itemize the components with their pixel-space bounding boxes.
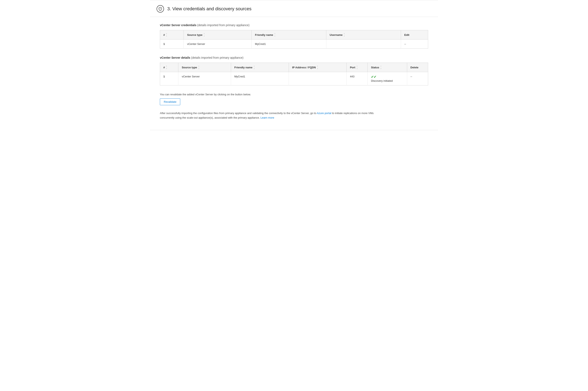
- credentials-col-edit: Edit: [401, 30, 428, 40]
- shield-icon: [156, 5, 164, 12]
- credentials-thead: # Source type Friendly: [160, 30, 428, 40]
- credentials-table: # Source type Friendly: [160, 30, 428, 49]
- status-badge: Discovery initiated: [371, 79, 404, 82]
- page-wrapper: 3. View credentials and discovery source…: [150, 0, 438, 130]
- details-col-friendly-name[interactable]: Friendly name: [231, 63, 289, 72]
- credentials-cell-num: 1: [160, 40, 184, 49]
- credentials-label-bold: vCenter Server credentials: [160, 23, 196, 27]
- details-label-bold: vCenter Server details: [160, 56, 190, 59]
- details-sort-icon-source: [198, 65, 199, 69]
- page-title: 3. View credentials and discovery source…: [167, 6, 251, 11]
- details-col-ip[interactable]: IP Address / FQDN: [289, 63, 347, 72]
- details-thead: # Source type Friendly: [160, 63, 428, 72]
- main-content: vCenter Server credentials (details impo…: [150, 17, 438, 130]
- credentials-col-num[interactable]: #: [160, 30, 184, 40]
- footer-text-before-link1: After successfully importing the configu…: [160, 112, 317, 115]
- table-row: 1 vCenter Server MyCred1 --: [160, 40, 428, 49]
- credentials-col-source-type[interactable]: Source type: [184, 30, 252, 40]
- sort-icon-num: [166, 33, 167, 37]
- credentials-tbody: 1 vCenter Server MyCred1 --: [160, 40, 428, 49]
- details-header-row: # Source type Friendly: [160, 63, 428, 72]
- details-cell-source-type: vCenter Server: [178, 72, 231, 86]
- header-section: 3. View credentials and discovery source…: [150, 0, 438, 17]
- status-cell: ✔✔ Discovery initiated: [371, 75, 404, 82]
- sort-icon-source: [204, 33, 205, 37]
- azure-portal-link[interactable]: Azure portal: [317, 112, 331, 115]
- credentials-section: vCenter Server credentials (details impo…: [160, 23, 428, 49]
- credentials-col-friendly-name[interactable]: Friendly name: [252, 30, 326, 40]
- check-icon: ✔✔: [371, 75, 404, 79]
- credentials-col-username[interactable]: Username: [326, 30, 401, 40]
- credentials-cell-edit: --: [401, 40, 428, 49]
- details-label-sub: (details imported from primary appliance…: [190, 56, 243, 59]
- credentials-header-row: # Source type Friendly: [160, 30, 428, 40]
- details-col-source-type[interactable]: Source type: [178, 63, 231, 72]
- credentials-cell-username: [326, 40, 401, 49]
- details-cell-ip: [289, 72, 347, 86]
- sort-icon-friendly: [274, 33, 275, 37]
- details-cell-status: ✔✔ Discovery initiated: [368, 72, 407, 86]
- details-cell-friendly-name: MyCred1: [231, 72, 289, 86]
- footer-text: After successfully importing the configu…: [160, 111, 386, 120]
- table-row: 1 vCenter Server MyCred1 443: [160, 72, 428, 86]
- details-sort-icon-status: [380, 65, 381, 69]
- details-col-delete: Delete: [407, 63, 428, 72]
- learn-more-link[interactable]: Learn more: [260, 116, 274, 119]
- revalidate-button[interactable]: Revalidate: [160, 98, 180, 105]
- details-col-status[interactable]: Status: [368, 63, 407, 72]
- details-sort-icon-ip: [317, 65, 318, 69]
- details-cell-num: 1: [160, 72, 178, 86]
- revalidate-hint: You can revalidate the added vCenter Ser…: [160, 93, 428, 96]
- details-table: # Source type Friendly: [160, 63, 428, 86]
- details-sort-icon-port: [357, 65, 358, 69]
- revalidate-section: You can revalidate the added vCenter Ser…: [160, 93, 428, 105]
- details-label: vCenter Server details (details imported…: [160, 56, 428, 59]
- credentials-cell-friendly-name: MyCred1: [252, 40, 326, 49]
- svg-point-0: [160, 8, 160, 9]
- details-cell-port: 443: [347, 72, 368, 86]
- credentials-label: vCenter Server credentials (details impo…: [160, 23, 428, 27]
- details-col-num[interactable]: #: [160, 63, 178, 72]
- credentials-cell-source-type: vCenter Server: [184, 40, 252, 49]
- bottom-divider: [150, 130, 438, 130]
- details-sort-icon-friendly: [254, 65, 255, 69]
- shield-svg: [158, 7, 162, 11]
- details-col-port[interactable]: Port: [347, 63, 368, 72]
- details-sort-icon-num: [166, 65, 167, 69]
- details-section: vCenter Server details (details imported…: [160, 56, 428, 86]
- credentials-label-sub: (details imported from primary appliance…: [196, 23, 249, 27]
- details-cell-delete: --: [407, 72, 428, 86]
- sort-icon-username: [344, 33, 345, 37]
- details-tbody: 1 vCenter Server MyCred1 443: [160, 72, 428, 86]
